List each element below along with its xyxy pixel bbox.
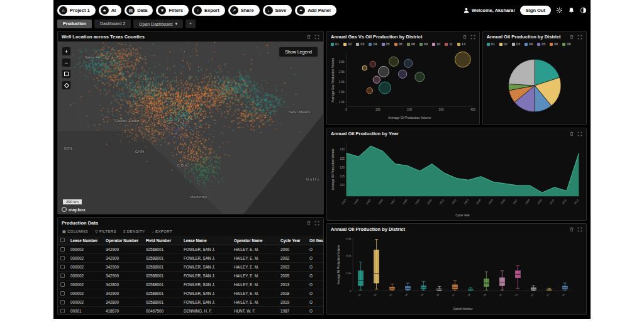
scatter-bubble-district-13[interactable] bbox=[455, 52, 470, 67]
box-district-02[interactable] bbox=[374, 240, 379, 289]
open-dashboard-dropdown[interactable]: Open Dashboard ▾ bbox=[133, 19, 183, 28]
scatter-bubble-district-10[interactable] bbox=[373, 76, 380, 83]
legend-item-03[interactable]: 03 bbox=[512, 42, 520, 46]
table-row[interactable]: 00000234280002588001FOWLER, SAN J.HAILEY… bbox=[58, 298, 323, 307]
add-panel-button[interactable]: + Add Panel bbox=[295, 5, 336, 16]
box-district-10[interactable] bbox=[499, 271, 504, 291]
legend-item-05[interactable]: 05 bbox=[537, 42, 545, 46]
data-button[interactable]: ▤ Data bbox=[125, 5, 153, 16]
legend-item-08[interactable]: 08 bbox=[407, 42, 415, 46]
table-toolbar-export[interactable]: ↓EXPORT bbox=[152, 229, 172, 233]
box-district-04[interactable] bbox=[405, 283, 410, 291]
scatter-bubble-district-01[interactable] bbox=[379, 82, 391, 94]
tab-dashboard-2[interactable]: Dashboard 2 bbox=[94, 19, 131, 28]
map-zoom-in-button[interactable]: + bbox=[62, 47, 71, 56]
table-row[interactable]: 00000234280002588001FOWLER, SAN J.HAILEY… bbox=[58, 280, 323, 289]
scatter-bubble-district-06[interactable] bbox=[367, 87, 372, 93]
delete-panel-icon[interactable] bbox=[569, 131, 574, 136]
share-button[interactable]: ↗ Share bbox=[228, 5, 260, 16]
box-district-01[interactable] bbox=[358, 262, 364, 290]
column-header[interactable]: Operator Name bbox=[231, 236, 278, 245]
expand-panel-icon[interactable] bbox=[577, 227, 582, 232]
legend-item-09[interactable]: 09 bbox=[419, 42, 428, 46]
box-district-11[interactable] bbox=[515, 265, 520, 288]
legend-item-10[interactable]: 10 bbox=[432, 42, 440, 46]
ai-button[interactable]: ★ AI bbox=[99, 5, 122, 16]
scatter-bubble-district-02[interactable] bbox=[362, 65, 367, 70]
delete-panel-icon[interactable] bbox=[569, 227, 574, 232]
tab-production[interactable]: Production bbox=[57, 19, 92, 28]
export-button[interactable]: ↑ Export bbox=[192, 5, 225, 16]
add-dashboard-button[interactable]: + bbox=[186, 19, 196, 28]
legend-item-01[interactable]: 01 bbox=[331, 42, 339, 46]
project-button[interactable]: ⌂ Project 1 bbox=[57, 5, 96, 16]
table-scroll-area[interactable]: Lease NumberOperator NumberField NumberL… bbox=[58, 236, 323, 314]
scatter-bubble-district-04[interactable] bbox=[404, 59, 413, 67]
box-district-06[interactable] bbox=[436, 287, 441, 291]
legend-item-03[interactable]: 03 bbox=[356, 42, 364, 46]
legend-item-02[interactable]: 02 bbox=[343, 42, 352, 46]
legend-item-11[interactable]: 11 bbox=[445, 42, 453, 46]
table-toolbar-filters[interactable]: ▽FILTERS bbox=[95, 229, 116, 233]
legend-item-08[interactable]: 08 bbox=[562, 42, 570, 46]
table-row[interactable]: 00000234290002588001FOWLER, SAN J.HAILEY… bbox=[58, 254, 323, 263]
expand-panel-icon[interactable] bbox=[577, 35, 582, 40]
legend-item-04[interactable]: 04 bbox=[525, 42, 533, 46]
legend-item-01[interactable]: 01 bbox=[487, 42, 495, 46]
box-district-08[interactable] bbox=[468, 287, 473, 291]
show-legend-button[interactable]: Show Legend bbox=[279, 47, 318, 57]
table-row[interactable]: 00000234290002588001FOWLER, SAN J.HAILEY… bbox=[58, 272, 323, 280]
row-checkbox[interactable] bbox=[60, 265, 65, 269]
table-toolbar-columns[interactable]: ▦COLUMNS bbox=[62, 229, 88, 233]
table-row[interactable]: 00000234290002588001FOWLER, SAN J.HAILEY… bbox=[58, 263, 323, 272]
table-row[interactable]: 00000234290002588001FOWLER, SAN J.HAILEY… bbox=[58, 245, 323, 254]
delete-panel-icon[interactable] bbox=[569, 35, 574, 40]
row-checkbox[interactable] bbox=[60, 300, 65, 304]
delete-panel-icon[interactable] bbox=[306, 35, 311, 40]
row-checkbox[interactable] bbox=[60, 309, 65, 313]
map-tilt-button[interactable] bbox=[62, 80, 71, 90]
legend-item-13[interactable]: 13 bbox=[457, 42, 465, 46]
map-fullscreen-button[interactable] bbox=[62, 69, 71, 79]
table-row[interactable]: 00000234290002588001FOWLER, SAN J.HAILEY… bbox=[58, 289, 323, 298]
expand-panel-icon[interactable] bbox=[314, 221, 319, 226]
row-checkbox[interactable] bbox=[60, 256, 65, 260]
box-district-07[interactable] bbox=[452, 280, 457, 291]
pie-slice-district-03[interactable] bbox=[508, 59, 535, 86]
legend-item-06[interactable]: 06 bbox=[550, 42, 558, 46]
column-header[interactable]: Cycle Year bbox=[278, 236, 307, 245]
scatter-bubble-district-03[interactable] bbox=[378, 66, 389, 77]
select-all-checkbox[interactable] bbox=[60, 238, 65, 242]
legend-item-04[interactable]: 04 bbox=[369, 42, 377, 46]
delete-panel-icon[interactable] bbox=[306, 221, 311, 226]
row-checkbox[interactable] bbox=[60, 274, 65, 278]
row-checkbox[interactable] bbox=[60, 247, 65, 252]
legend-item-02[interactable]: 02 bbox=[499, 42, 508, 46]
row-checkbox[interactable] bbox=[60, 282, 65, 287]
row-checkbox[interactable] bbox=[60, 291, 65, 296]
legend-item-06[interactable]: 06 bbox=[394, 42, 402, 46]
filters-button[interactable]: ▼ Filters bbox=[156, 5, 189, 16]
column-header[interactable]: Oil Gas Co bbox=[307, 236, 323, 245]
scatter-bubble-district-11[interactable] bbox=[370, 61, 375, 67]
expand-panel-icon[interactable] bbox=[470, 35, 475, 40]
expand-panel-icon[interactable] bbox=[577, 131, 582, 136]
scatter-bubble-district-09[interactable] bbox=[415, 72, 425, 82]
table-toolbar-density[interactable]: ≡DENSITY bbox=[123, 229, 145, 233]
save-button[interactable]: ↓ Save bbox=[263, 5, 292, 16]
table-row[interactable]: 0000141867000467500DENNING, H. F.HUNT, W… bbox=[58, 307, 323, 315]
scatter-bubble-district-05[interactable] bbox=[399, 70, 407, 78]
scatter-bubble-district-08[interactable] bbox=[389, 57, 398, 66]
legend-item-05[interactable]: 05 bbox=[382, 42, 390, 46]
mapbox-attribution[interactable]: mapbox bbox=[62, 207, 86, 212]
column-header[interactable]: Lease Name bbox=[181, 236, 231, 245]
column-header[interactable]: Field Number bbox=[143, 236, 181, 245]
box-district-13[interactable] bbox=[547, 288, 552, 291]
notifications-bell-icon[interactable] bbox=[568, 7, 575, 14]
box-district-05[interactable] bbox=[421, 281, 426, 291]
box-district-14[interactable] bbox=[562, 283, 567, 291]
column-header[interactable]: Operator Number bbox=[103, 236, 143, 245]
theme-toggle-icon[interactable] bbox=[580, 7, 587, 14]
column-header[interactable]: Lease Number bbox=[68, 236, 103, 245]
delete-panel-icon[interactable] bbox=[462, 35, 467, 40]
